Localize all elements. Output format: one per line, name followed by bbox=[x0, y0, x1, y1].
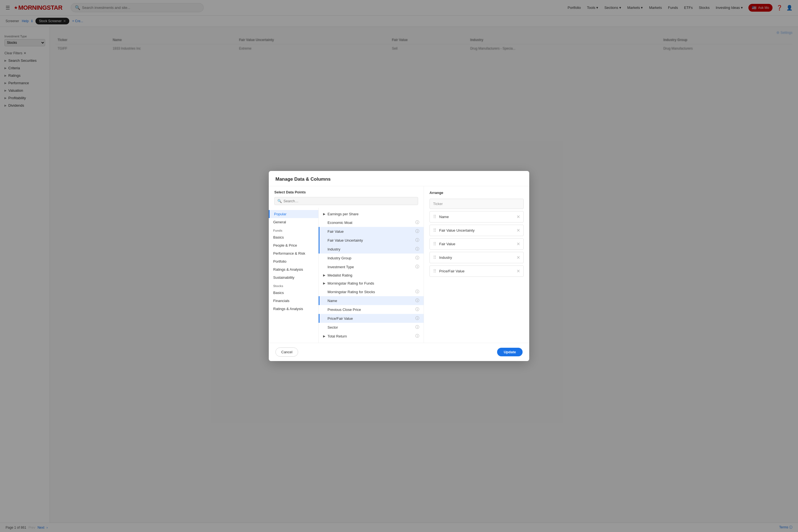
drag-handle-icon[interactable]: ⠿ bbox=[433, 268, 436, 274]
data-point-label: Investment Type bbox=[323, 265, 415, 269]
cancel-button[interactable]: Cancel bbox=[276, 347, 298, 357]
arrange-item-label: Industry bbox=[439, 255, 516, 260]
remove-name-button[interactable]: ✕ bbox=[516, 214, 520, 220]
info-icon[interactable]: ⓘ bbox=[415, 325, 419, 330]
data-point-fair-value-uncertainty[interactable]: Fair Value Uncertainty ⓘ bbox=[319, 236, 424, 245]
data-point-sector[interactable]: Sector ⓘ bbox=[319, 323, 424, 332]
info-icon[interactable]: ⓘ bbox=[415, 316, 419, 321]
category-list: Popular General Funds Basics People & Pr… bbox=[269, 208, 319, 343]
arrange-item-fair-value: ⠿ Fair Value ✕ bbox=[430, 238, 524, 250]
arrange-item-label: Fair Value bbox=[439, 242, 516, 246]
data-point-price-fair-value[interactable]: Price/Fair Value ⓘ bbox=[319, 314, 424, 323]
info-icon[interactable]: ⓘ bbox=[415, 229, 419, 234]
category-stocks-financials[interactable]: Financials bbox=[269, 297, 318, 305]
expand-icon: ▶ bbox=[323, 212, 325, 216]
info-icon[interactable]: ⓘ bbox=[415, 238, 419, 243]
data-point-medalist-rating[interactable]: ▶ Medalist Rating bbox=[319, 271, 424, 279]
category-sustainability[interactable]: Sustainability bbox=[269, 273, 318, 282]
info-icon[interactable]: ⓘ bbox=[415, 255, 419, 261]
arrange-item-label: Name bbox=[439, 215, 516, 219]
data-point-label: Previous Close Price bbox=[323, 307, 415, 312]
data-points-search-input[interactable] bbox=[283, 199, 415, 203]
modal-footer: Cancel Update bbox=[269, 343, 529, 361]
arrange-item-price-fair-value: ⠿ Price/Fair Value ✕ bbox=[430, 265, 524, 277]
left-panel: Select Data Points 🔍 Popular General Fun… bbox=[269, 186, 424, 343]
info-icon[interactable]: ⓘ bbox=[415, 247, 419, 252]
category-stocks-ratings[interactable]: Ratings & Analysis bbox=[269, 305, 318, 313]
arrange-title: Arrange bbox=[430, 191, 524, 195]
data-point-label: Morningstar Rating for Stocks bbox=[323, 290, 415, 294]
data-point-label: Industry bbox=[323, 247, 415, 251]
drag-handle-icon[interactable]: ⠿ bbox=[433, 228, 436, 233]
data-point-fair-value[interactable]: Fair Value ⓘ bbox=[319, 227, 424, 236]
data-point-label: Medalist Rating bbox=[327, 273, 419, 277]
data-point-previous-close-price[interactable]: Previous Close Price ⓘ bbox=[319, 305, 424, 314]
data-points-list: ▶ Earnings per Share Economic Moat ⓘ Fai… bbox=[319, 208, 424, 343]
category-stocks-basics[interactable]: Basics bbox=[269, 289, 318, 297]
expand-icon: ▶ bbox=[323, 282, 325, 285]
arrange-item-name: ⠿ Name ✕ bbox=[430, 211, 524, 223]
arrange-item-ticker: Ticker bbox=[430, 199, 524, 209]
modal-body: Select Data Points 🔍 Popular General Fun… bbox=[269, 186, 529, 343]
data-point-morningstar-stocks[interactable]: Morningstar Rating for Stocks ⓘ bbox=[319, 287, 424, 296]
data-point-label: Earnings per Share bbox=[327, 212, 419, 216]
info-icon[interactable]: ⓘ bbox=[415, 289, 419, 294]
info-icon[interactable]: ⓘ bbox=[415, 264, 419, 269]
funds-group-label: Funds bbox=[269, 226, 318, 233]
info-icon[interactable]: ⓘ bbox=[415, 307, 419, 312]
selected-bar bbox=[319, 227, 320, 236]
data-point-label: Total Return bbox=[327, 334, 415, 338]
data-point-industry-group[interactable]: Industry Group ⓘ bbox=[319, 253, 424, 262]
arrange-item-label: Ticker bbox=[433, 202, 520, 206]
data-point-label: Morningstar Rating for Funds bbox=[327, 281, 419, 285]
data-points-search[interactable]: 🔍 bbox=[274, 197, 418, 205]
data-point-investment-type[interactable]: Investment Type ⓘ bbox=[319, 262, 424, 271]
arrange-item-industry: ⠿ Industry ✕ bbox=[430, 252, 524, 263]
left-panel-header: Select Data Points 🔍 bbox=[269, 186, 424, 208]
info-icon[interactable]: ⓘ bbox=[415, 220, 419, 225]
category-funds-basics[interactable]: Basics bbox=[269, 233, 318, 241]
arrange-item-label: Fair Value Uncertainty bbox=[439, 228, 516, 232]
category-popular[interactable]: Popular bbox=[269, 210, 318, 218]
data-point-label: Fair Value bbox=[323, 229, 415, 233]
remove-fair-value-button[interactable]: ✕ bbox=[516, 241, 520, 247]
manage-columns-modal: Manage Data & Columns Select Data Points… bbox=[269, 171, 529, 361]
info-icon[interactable]: ⓘ bbox=[415, 334, 419, 339]
selected-bar bbox=[319, 296, 320, 305]
drag-handle-icon[interactable]: ⠿ bbox=[433, 255, 436, 260]
arrange-item-fair-value-uncertainty: ⠿ Fair Value Uncertainty ✕ bbox=[430, 225, 524, 236]
data-point-industry[interactable]: Industry ⓘ bbox=[319, 245, 424, 253]
category-performance-risk[interactable]: Performance & Risk bbox=[269, 249, 318, 258]
selected-bar bbox=[319, 245, 320, 253]
selected-bar bbox=[319, 314, 320, 323]
update-button[interactable]: Update bbox=[497, 348, 522, 356]
data-point-label: Sector bbox=[323, 325, 415, 329]
stocks-group-label: Stocks bbox=[269, 282, 318, 289]
category-ratings-analysis[interactable]: Ratings & Analysis bbox=[269, 265, 318, 273]
select-data-points-title: Select Data Points bbox=[274, 190, 418, 194]
modal-header: Manage Data & Columns bbox=[269, 171, 529, 186]
data-point-label: Industry Group bbox=[323, 256, 415, 260]
data-point-name[interactable]: Name ⓘ bbox=[319, 296, 424, 305]
left-panel-content: Popular General Funds Basics People & Pr… bbox=[269, 208, 424, 343]
info-icon[interactable]: ⓘ bbox=[415, 298, 419, 303]
data-point-economic-moat[interactable]: Economic Moat ⓘ bbox=[319, 218, 424, 227]
data-point-total-return[interactable]: ▶ Total Return ⓘ bbox=[319, 332, 424, 341]
category-people-price[interactable]: People & Price bbox=[269, 241, 318, 249]
search-icon: 🔍 bbox=[277, 199, 282, 203]
data-point-label: Name bbox=[323, 299, 415, 303]
category-portfolio[interactable]: Portfolio bbox=[269, 258, 318, 265]
remove-price-fair-value-button[interactable]: ✕ bbox=[516, 268, 520, 274]
drag-handle-icon[interactable]: ⠿ bbox=[433, 214, 436, 220]
data-point-morningstar-funds[interactable]: ▶ Morningstar Rating for Funds bbox=[319, 279, 424, 287]
remove-fair-value-uncertainty-button[interactable]: ✕ bbox=[516, 228, 520, 233]
drag-handle-icon[interactable]: ⠿ bbox=[433, 241, 436, 247]
modal-overlay[interactable]: Manage Data & Columns Select Data Points… bbox=[0, 0, 798, 528]
data-point-label: Fair Value Uncertainty bbox=[323, 238, 415, 243]
arrange-item-label: Price/Fair Value bbox=[439, 269, 516, 273]
expand-icon: ▶ bbox=[323, 273, 325, 277]
category-general[interactable]: General bbox=[269, 218, 318, 226]
remove-industry-button[interactable]: ✕ bbox=[516, 255, 520, 260]
data-point-earnings-per-share[interactable]: ▶ Earnings per Share bbox=[319, 210, 424, 218]
expand-icon: ▶ bbox=[323, 335, 325, 338]
